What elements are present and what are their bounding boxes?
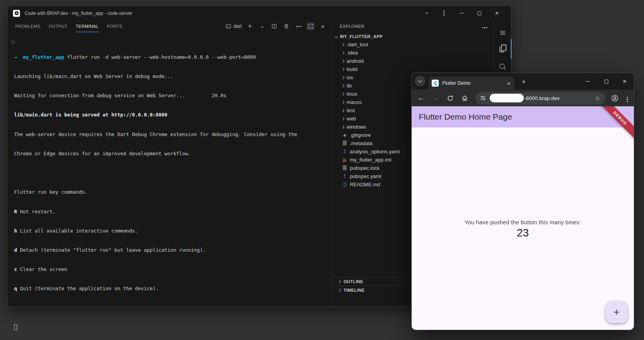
tab-ports[interactable]: PORTS: [107, 20, 123, 32]
search-icon[interactable]: [494, 62, 512, 71]
profile-icon[interactable]: [611, 94, 619, 102]
increment-fab-button[interactable]: +: [606, 301, 628, 323]
prompt-directory: my_flutter_app: [23, 54, 64, 60]
tab-list-chevron-icon[interactable]: [415, 76, 425, 86]
maximize-panel-icon[interactable]: [307, 22, 315, 30]
explorer-more-actions-icon[interactable]: [484, 23, 485, 30]
menu-hamburger-icon[interactable]: [494, 29, 512, 36]
browser-maximize-button[interactable]: [597, 73, 615, 90]
terminal-output[interactable]: → my_flutter_app flutter run -d web-serv…: [14, 41, 327, 307]
key-command: Quit (terminate the application on the d…: [20, 285, 159, 291]
terminal-line-served-url: lib/main.dart is being served at http://…: [14, 112, 327, 118]
active-view-indicator: [511, 39, 512, 59]
code-server-logo-icon: [13, 10, 20, 17]
maximize-button[interactable]: [470, 6, 488, 20]
flutter-appbar: Flutter Demo Home Page: [412, 106, 634, 127]
tree-folder-build[interactable]: build: [332, 65, 493, 73]
text-lines-icon: [342, 167, 348, 169]
browser-window: Flutter Demo × + × ← → -8000.brap.dev ☆: [411, 73, 634, 330]
new-tab-button[interactable]: +: [519, 77, 529, 87]
split-terminal-icon[interactable]: [270, 22, 278, 30]
launch-profile-chevron-icon[interactable]: [258, 22, 266, 30]
window-title: Code with BRAP.dev - my_flutter_app - co…: [25, 11, 132, 16]
address-bar[interactable]: -8000.brap.dev ☆: [476, 92, 605, 105]
redacted-url-blob: [490, 94, 524, 102]
browser-tab-flutter-demo[interactable]: Flutter Demo ×: [429, 76, 514, 90]
tab-output[interactable]: OUTPUT: [49, 20, 67, 32]
yaml-bang-icon: !: [342, 149, 348, 155]
bookmark-star-icon[interactable]: ☆: [595, 95, 600, 102]
tree-folder-dart-tool[interactable]: .dart_tool: [332, 40, 493, 49]
xml-rss-icon: [342, 158, 348, 162]
terminal-profile-chip[interactable]: dart: [226, 24, 242, 29]
git-diamond-icon: ◆: [342, 133, 348, 137]
explorer-activity-copy-icon[interactable]: [494, 44, 512, 53]
url-text: -8000.brap.dev: [524, 95, 560, 101]
text-lines-icon: [342, 142, 348, 144]
tab-title: Flutter Demo: [442, 80, 507, 86]
yaml-bang-icon: !: [342, 174, 348, 179]
key-command: Detach (terminate "flutter run" but leav…: [20, 247, 206, 253]
minimize-button[interactable]: [453, 6, 470, 20]
terminal-line: Chrome or Edge devices for an improved d…: [14, 151, 327, 157]
reload-icon[interactable]: [446, 95, 454, 102]
site-settings-sliders-icon[interactable]: [480, 95, 486, 101]
terminal-panel: PROBLEMS OUTPUT TERMINAL PORTS dart +: [7, 20, 331, 307]
close-button[interactable]: ×: [488, 6, 506, 20]
key-command: List all available interactive commands.: [20, 228, 138, 234]
tab-close-icon[interactable]: ×: [507, 80, 510, 86]
page-title: Flutter Demo Home Page: [419, 112, 512, 122]
flutter-favicon-icon: [432, 80, 439, 87]
back-icon[interactable]: ←: [417, 94, 425, 102]
tree-root-my-flutter-app[interactable]: MY_FLUTTER_APP: [332, 32, 493, 40]
browser-toolbar: ← → -8000.brap.dev ☆: [412, 90, 634, 106]
more-actions-icon[interactable]: [295, 22, 302, 30]
terminal-line: The web-server device requires the Dart …: [14, 131, 327, 138]
terminal-line: Waiting for connection from debug servic…: [14, 93, 327, 99]
kill-terminal-trash-icon[interactable]: [282, 22, 290, 30]
terminal-command: flutter run -d web-server --web-hostname…: [67, 54, 256, 60]
vscode-titlebar: Code with BRAP.dev - my_flutter_app - co…: [7, 6, 511, 20]
counter-value: 23: [412, 227, 634, 239]
panel-header: PROBLEMS OUTPUT TERMINAL PORTS dart +: [7, 20, 331, 32]
tab-terminal[interactable]: TERMINAL: [76, 20, 99, 32]
titlebar-menu-kebab-icon[interactable]: [435, 6, 453, 20]
tree-folder-idea[interactable]: .idea: [332, 49, 493, 57]
terminal-profile-label: dart: [233, 24, 242, 29]
terminal-cursor: [14, 324, 17, 330]
tab-problems[interactable]: PROBLEMS: [15, 20, 40, 32]
chevron-up-icon[interactable]: [418, 6, 435, 20]
counter-label: You have pushed the button this many tim…: [412, 219, 634, 225]
plus-icon: +: [613, 306, 620, 318]
browser-menu-kebab-icon[interactable]: [627, 95, 628, 102]
explorer-heading: EXPLORER: [340, 24, 364, 29]
terminal-line: Launching lib/main.dart on Web Server in…: [14, 73, 327, 80]
terminal-line: Flutter run key commands.: [14, 189, 327, 195]
desktop: { "window": { "title": "Code with BRAP.d…: [0, 0, 644, 340]
terminal-icon: [226, 24, 231, 29]
tree-folder-android[interactable]: android: [332, 57, 493, 65]
close-panel-icon[interactable]: ×: [319, 22, 327, 30]
prompt-arrow: →: [14, 54, 17, 60]
browser-tabstrip: Flutter Demo × + ×: [412, 73, 634, 90]
new-terminal-icon[interactable]: +: [246, 22, 254, 30]
flutter-app-page: Flutter Demo Home Page DEBUG You have pu…: [412, 106, 634, 330]
info-icon: [342, 182, 348, 187]
home-icon[interactable]: [460, 95, 469, 102]
browser-minimize-button[interactable]: [579, 73, 597, 90]
forward-icon[interactable]: →: [431, 94, 440, 102]
browser-close-button[interactable]: ×: [615, 73, 634, 90]
key-command: Clear the screen: [20, 266, 67, 272]
key-command: Hot restart.: [20, 209, 55, 215]
